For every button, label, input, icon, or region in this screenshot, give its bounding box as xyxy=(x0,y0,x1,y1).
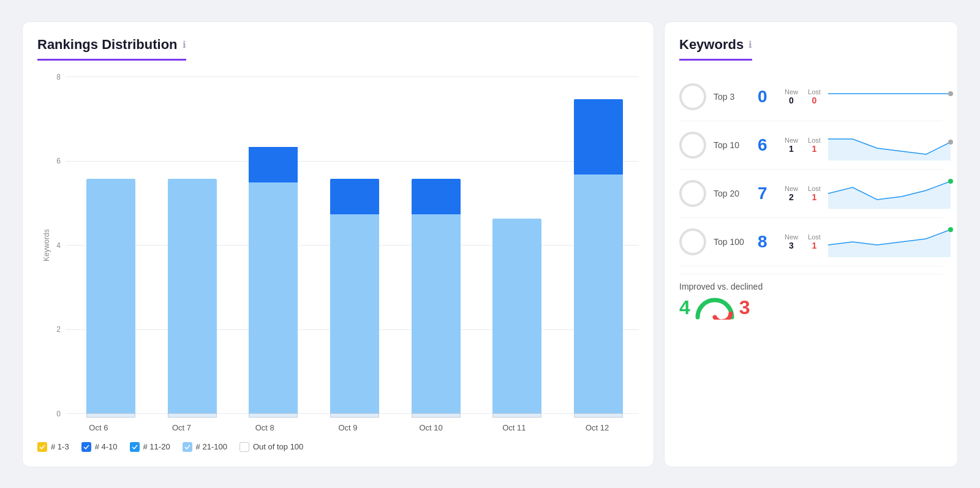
sparkline-svg xyxy=(828,227,957,257)
legend-item: # 4-10 xyxy=(81,442,118,452)
legend-checkbox[interactable] xyxy=(81,442,91,452)
improved-row: 4 3 xyxy=(679,296,943,319)
legend: # 1-3# 4-10# 11-20# 21-100Out of top 100 xyxy=(37,442,639,452)
keywords-info-icon[interactable]: ℹ xyxy=(748,39,752,50)
kw-label: Top 3 xyxy=(714,92,750,102)
bar xyxy=(412,179,461,418)
keywords-card: Keywords ℹ Top 30New0Lost0Top 106New1Los… xyxy=(664,21,958,467)
chart-grid: 86420 xyxy=(51,73,639,418)
bar-group xyxy=(243,139,304,418)
y-axis-label: Keywords xyxy=(37,73,51,418)
bar-group xyxy=(324,179,385,418)
kw-stats: New0Lost0 xyxy=(785,88,821,105)
legend-checkbox[interactable] xyxy=(239,442,249,452)
grid-label: 8 xyxy=(51,73,66,81)
new-value: 0 xyxy=(785,96,798,105)
bar-group xyxy=(162,179,223,418)
svg-point-0 xyxy=(948,91,953,96)
legend-item: # 21-100 xyxy=(183,442,227,452)
x-label: Oct 7 xyxy=(151,423,213,432)
kw-label: Top 100 xyxy=(714,237,750,247)
bar xyxy=(492,219,541,418)
kw-stat-lost: Lost1 xyxy=(808,185,821,202)
legend-checkbox[interactable] xyxy=(183,442,192,452)
sparkline xyxy=(828,81,957,112)
bar-segment-0 xyxy=(249,413,298,418)
rankings-distribution-card: Rankings Distribution ℹ Keywords 86420 O… xyxy=(22,21,654,467)
x-labels: Oct 6Oct 7Oct 8Oct 9Oct 10Oct 11Oct 12 xyxy=(37,423,639,432)
legend-label: # 11-20 xyxy=(143,442,170,451)
sparkline-svg xyxy=(828,81,957,112)
bar-segment-1 xyxy=(249,182,298,413)
lost-label: Lost xyxy=(808,185,821,192)
new-value: 1 xyxy=(785,144,798,154)
lost-value: 1 xyxy=(808,192,821,202)
title-text: Rankings Distribution xyxy=(37,37,178,53)
bar xyxy=(86,179,135,418)
legend-label: # 21-100 xyxy=(196,442,227,451)
grid-label: 2 xyxy=(51,325,66,334)
kw-stat-new: New2 xyxy=(785,185,798,202)
chart-inner: 86420 xyxy=(51,73,639,418)
bar-segment-1 xyxy=(330,214,379,413)
bar-segment-1 xyxy=(168,179,217,414)
bar-segment-2 xyxy=(574,99,623,175)
gauge-svg xyxy=(695,296,734,320)
legend-checkbox[interactable] xyxy=(37,442,47,452)
sparkline xyxy=(828,227,957,257)
chart-wrapper: Keywords 86420 xyxy=(37,73,639,418)
sparkline xyxy=(828,130,957,160)
kw-stats: New1Lost1 xyxy=(785,137,821,154)
lost-value: 1 xyxy=(808,144,821,154)
new-label: New xyxy=(785,185,798,192)
grid-label: 0 xyxy=(51,410,66,418)
kw-circle xyxy=(679,228,706,255)
svg-point-2 xyxy=(948,179,953,184)
bar-segment-2 xyxy=(330,179,379,215)
new-label: New xyxy=(785,88,798,96)
sparkline-svg xyxy=(828,130,957,160)
grid-label: 6 xyxy=(51,157,66,165)
svg-point-1 xyxy=(948,140,953,145)
bar xyxy=(574,99,623,418)
bar-segment-0 xyxy=(492,413,541,418)
kw-value: 0 xyxy=(758,87,777,107)
lost-value: 0 xyxy=(808,96,821,105)
bar-segment-0 xyxy=(86,413,135,418)
kw-label: Top 20 xyxy=(714,189,750,198)
kw-circle xyxy=(679,180,706,207)
legend-item: # 11-20 xyxy=(130,442,170,452)
bar-group xyxy=(486,219,548,418)
kw-stat-lost: Lost1 xyxy=(808,233,821,250)
svg-point-3 xyxy=(948,227,953,232)
x-label: Oct 8 xyxy=(234,423,295,432)
bar-segment-2 xyxy=(249,147,298,183)
new-label: New xyxy=(785,137,798,144)
info-icon[interactable]: ℹ xyxy=(183,39,186,50)
improved-number: 4 xyxy=(679,296,690,319)
keywords-section: Top 30New0Lost0Top 106New1Lost1Top 207Ne… xyxy=(679,73,943,452)
bar-segment-0 xyxy=(412,413,461,418)
sparkline-svg xyxy=(828,178,957,209)
bar-group xyxy=(80,179,141,418)
kw-stats: New3Lost1 xyxy=(785,233,821,250)
legend-checkbox[interactable] xyxy=(130,442,140,452)
keyword-row: Top 30New0Lost0 xyxy=(679,73,943,121)
bar xyxy=(249,139,298,418)
bar xyxy=(330,179,379,418)
kw-value: 6 xyxy=(758,135,777,155)
bar-segment-1 xyxy=(492,219,541,414)
lost-label: Lost xyxy=(808,233,821,241)
bar-group xyxy=(568,99,629,418)
kw-circle xyxy=(679,132,706,159)
right-card-title: Keywords ℹ xyxy=(679,37,752,61)
x-label: Oct 9 xyxy=(317,423,379,432)
kw-label: Top 10 xyxy=(714,140,750,150)
gauge-chart xyxy=(695,296,734,318)
x-label: Oct 10 xyxy=(401,423,462,432)
bar-segment-0 xyxy=(168,413,217,418)
keyword-row: Top 1008New3Lost1 xyxy=(679,218,943,266)
kw-value: 8 xyxy=(758,232,777,252)
kw-stat-lost: Lost1 xyxy=(808,137,821,154)
kw-value: 7 xyxy=(758,184,777,203)
